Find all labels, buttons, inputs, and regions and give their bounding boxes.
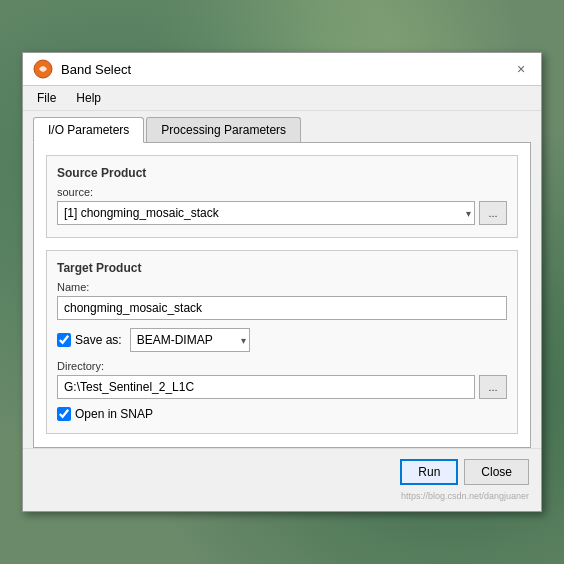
saveas-checkbox[interactable] xyxy=(57,333,71,347)
source-product-title: Source Product xyxy=(57,166,507,180)
tabs-bar: I/O Parameters Processing Parameters xyxy=(23,111,541,142)
menu-help[interactable]: Help xyxy=(68,88,109,108)
title-bar-left: Band Select xyxy=(33,59,131,79)
band-select-dialog: Band Select × File Help I/O Parameters P… xyxy=(22,52,542,512)
dialog-title: Band Select xyxy=(61,62,131,77)
source-dropdown[interactable]: [1] chongming_mosaic_stack xyxy=(57,201,475,225)
title-bar: Band Select × xyxy=(23,53,541,86)
footer-url: https://blog.csdn.net/dangjuaner xyxy=(35,491,529,501)
source-dropdown-wrapper: [1] chongming_mosaic_stack ▾ xyxy=(57,201,475,225)
saveas-label-text: Save as: xyxy=(75,333,122,347)
open-snap-checkbox[interactable] xyxy=(57,407,71,421)
name-field-label: Name: xyxy=(57,281,507,293)
source-field-label: source: xyxy=(57,186,507,198)
target-product-group: Target Product Name: Save as: BEAM-DIMAP… xyxy=(46,250,518,434)
menu-bar: File Help xyxy=(23,86,541,111)
directory-browse-button[interactable]: ... xyxy=(479,375,507,399)
open-snap-checkbox-label[interactable]: Open in SNAP xyxy=(57,407,153,421)
target-name-input[interactable] xyxy=(57,296,507,320)
app-icon xyxy=(33,59,53,79)
directory-input[interactable] xyxy=(57,375,475,399)
open-snap-row: Open in SNAP xyxy=(57,407,507,421)
run-button[interactable]: Run xyxy=(400,459,458,485)
directory-label: Directory: xyxy=(57,360,507,372)
close-button[interactable]: Close xyxy=(464,459,529,485)
saveas-format-dropdown[interactable]: BEAM-DIMAP xyxy=(130,328,250,352)
menu-file[interactable]: File xyxy=(29,88,64,108)
io-parameters-panel: Source Product source: [1] chongming_mos… xyxy=(33,142,531,448)
tab-io-parameters[interactable]: I/O Parameters xyxy=(33,117,144,143)
saveas-row: Save as: BEAM-DIMAP ▾ xyxy=(57,328,507,352)
directory-row: ... xyxy=(57,375,507,399)
target-product-title: Target Product xyxy=(57,261,507,275)
tab-processing-parameters[interactable]: Processing Parameters xyxy=(146,117,301,142)
source-browse-button[interactable]: ... xyxy=(479,201,507,225)
footer-buttons: Run Close xyxy=(35,459,529,485)
saveas-format-wrapper: BEAM-DIMAP ▾ xyxy=(130,328,250,352)
source-dropdown-row: [1] chongming_mosaic_stack ▾ ... xyxy=(57,201,507,225)
dialog-close-button[interactable]: × xyxy=(511,59,531,79)
saveas-checkbox-label[interactable]: Save as: xyxy=(57,333,122,347)
source-product-group: Source Product source: [1] chongming_mos… xyxy=(46,155,518,238)
open-snap-label-text: Open in SNAP xyxy=(75,407,153,421)
dialog-footer: Run Close https://blog.csdn.net/dangjuan… xyxy=(23,448,541,511)
